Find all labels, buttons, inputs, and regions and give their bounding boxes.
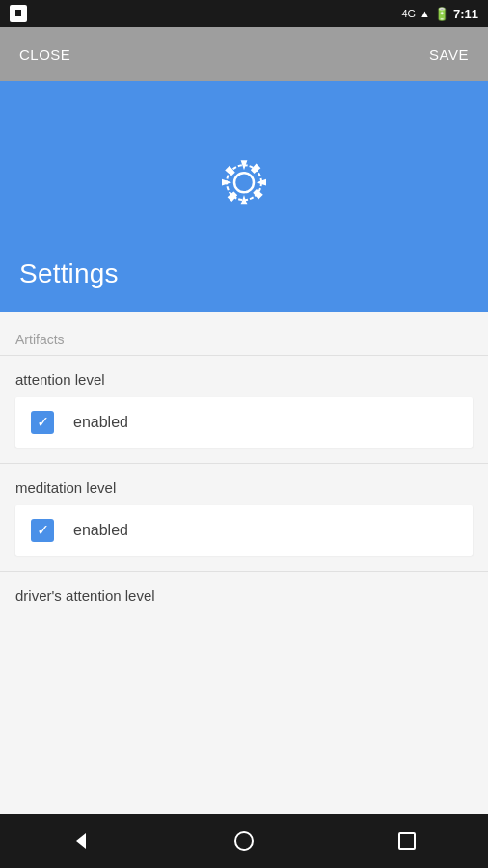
bottom-nav: [0, 814, 488, 868]
home-button[interactable]: [214, 823, 274, 859]
checkmark-icon: ✓: [37, 415, 49, 430]
time-label: 7:11: [453, 7, 478, 21]
setting-item-meditation: meditation level ✓ enabled: [0, 464, 488, 556]
attention-level-label: attention level: [15, 371, 473, 388]
back-button[interactable]: [51, 823, 111, 859]
hero-section: Settings: [0, 81, 488, 312]
save-button[interactable]: SAVE: [425, 39, 473, 70]
back-icon: [70, 830, 92, 852]
meditation-level-label: meditation level: [15, 479, 473, 496]
attention-level-checkbox-label: enabled: [73, 414, 128, 431]
svg-point-5: [235, 832, 253, 850]
status-bar: 4G ▲ 🔋 7:11: [0, 0, 488, 27]
meditation-level-checkbox-row: ✓ enabled: [15, 505, 473, 556]
setting-item-attention: attention level ✓ enabled: [0, 356, 488, 448]
meditation-level-checkbox[interactable]: ✓: [31, 519, 54, 542]
attention-level-checkbox-row: ✓ enabled: [15, 397, 473, 448]
close-button[interactable]: CLOSE: [15, 39, 74, 70]
home-icon: [233, 830, 255, 852]
page-title: Settings: [19, 258, 119, 289]
recents-icon: [396, 830, 418, 852]
gear-icon: [215, 153, 273, 211]
section-header-artifacts: Artifacts: [0, 312, 488, 355]
drivers-attention-label: driver's attention level: [15, 587, 473, 604]
notification-icon: [10, 5, 27, 22]
svg-point-2: [234, 173, 254, 192]
meditation-level-checkbox-label: enabled: [73, 522, 128, 539]
svg-rect-1: [15, 10, 21, 16]
recents-button[interactable]: [377, 823, 437, 859]
content-area: Artifacts attention level ✓ enabled medi…: [0, 312, 488, 814]
status-notification: [10, 5, 27, 22]
svg-rect-6: [399, 833, 415, 849]
setting-item-drivers-attention: driver's attention level: [0, 572, 488, 604]
signal-icon: ▲: [420, 8, 430, 19]
top-bar: CLOSE SAVE: [0, 27, 488, 81]
battery-icon: 🔋: [434, 7, 449, 21]
status-right: 4G ▲ 🔋 7:11: [401, 7, 478, 21]
checkmark-icon-2: ✓: [37, 523, 49, 538]
attention-level-checkbox[interactable]: ✓: [31, 411, 54, 434]
network-label: 4G: [401, 8, 416, 19]
svg-marker-4: [76, 833, 86, 849]
gear-icon-container: [215, 153, 273, 215]
